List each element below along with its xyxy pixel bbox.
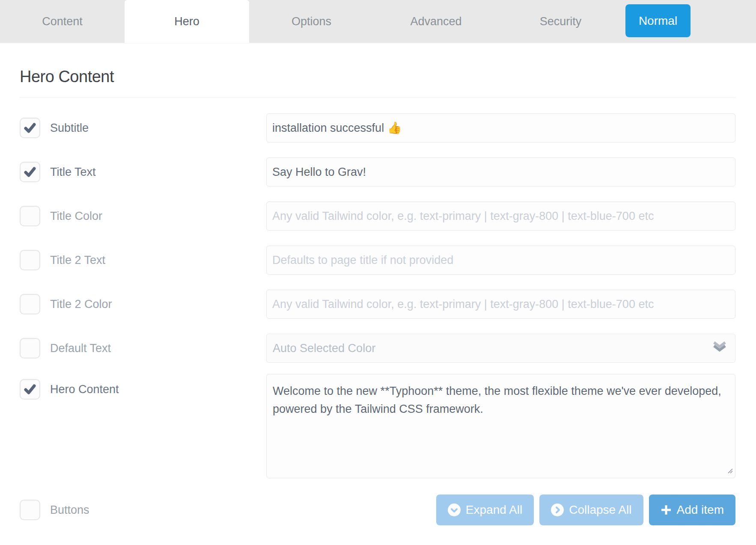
tab-options[interactable]: Options bbox=[249, 0, 374, 43]
title-color-label: Title Color bbox=[50, 210, 102, 223]
buttons-checkbox[interactable] bbox=[20, 500, 40, 520]
tab-bar: Content Hero Options Advanced Security N… bbox=[0, 0, 756, 43]
collapse-all-label: Collapse All bbox=[569, 503, 631, 517]
default-text-label: Default Text bbox=[50, 342, 111, 355]
expand-all-label: Expand All bbox=[466, 503, 522, 517]
form-row-title-color: Title Color bbox=[20, 201, 735, 231]
tab-content[interactable]: Content bbox=[0, 0, 125, 43]
tab-hero-label: Hero bbox=[174, 15, 199, 28]
page-editor: Content Hero Options Advanced Security N… bbox=[0, 0, 756, 545]
title-text-label: Title Text bbox=[50, 166, 96, 179]
form-row-hero-content: Hero Content Welcome to the new **Typhoo… bbox=[20, 374, 735, 478]
expert-mode-button[interactable]: Expert bbox=[688, 4, 749, 37]
main-content: Hero Content Subtitle Title Text bbox=[0, 43, 756, 525]
collapse-all-button[interactable]: Collapse All bbox=[539, 495, 643, 525]
checkmark-icon bbox=[23, 382, 37, 396]
title2-text-input[interactable] bbox=[266, 246, 735, 275]
title2-color-checkbox[interactable] bbox=[20, 294, 40, 314]
subtitle-label: Subtitle bbox=[50, 121, 89, 135]
chevron-down-icon bbox=[711, 341, 728, 356]
default-text-select-value: Auto Selected Color bbox=[273, 342, 375, 355]
hero-content-label: Hero Content bbox=[50, 383, 119, 396]
hero-content-textarea[interactable]: Welcome to the new **Typhoon** theme, th… bbox=[266, 374, 735, 478]
default-text-checkbox[interactable] bbox=[20, 338, 40, 358]
resize-handle-icon[interactable] bbox=[726, 467, 733, 476]
title-text-input[interactable] bbox=[266, 157, 735, 187]
tab-advanced-label: Advanced bbox=[410, 15, 461, 28]
hero-content-checkbox[interactable] bbox=[20, 379, 40, 400]
default-text-select[interactable]: Auto Selected Color bbox=[266, 334, 735, 363]
chevron-right-circle-icon bbox=[551, 504, 564, 516]
form-row-title-text: Title Text bbox=[20, 157, 735, 187]
form-row-title2-color: Title 2 Color bbox=[20, 290, 735, 319]
buttons-label: Buttons bbox=[50, 504, 89, 517]
expand-all-button[interactable]: Expand All bbox=[436, 495, 534, 525]
page-title: Hero Content bbox=[20, 68, 735, 86]
title2-color-input[interactable] bbox=[266, 290, 735, 319]
tab-content-label: Content bbox=[42, 15, 83, 28]
tab-advanced[interactable]: Advanced bbox=[374, 0, 498, 43]
title2-color-label: Title 2 Color bbox=[50, 298, 112, 311]
title-text-checkbox[interactable] bbox=[20, 162, 40, 182]
title-color-checkbox[interactable] bbox=[20, 206, 40, 226]
add-item-button[interactable]: Add item bbox=[649, 495, 736, 525]
plus-icon bbox=[661, 504, 672, 515]
checkmark-icon bbox=[23, 121, 37, 135]
title2-text-checkbox[interactable] bbox=[20, 250, 40, 270]
subtitle-checkbox[interactable] bbox=[20, 118, 40, 138]
page-heading-section: Hero Content bbox=[20, 43, 735, 98]
tab-options-label: Options bbox=[292, 15, 331, 28]
add-item-label: Add item bbox=[677, 503, 724, 517]
mode-toggle: Normal Expert bbox=[625, 4, 749, 37]
form-row-title2-text: Title 2 Text bbox=[20, 246, 735, 275]
tab-security-label: Security bbox=[540, 15, 582, 28]
title2-text-label: Title 2 Text bbox=[50, 254, 105, 267]
form-row-buttons: Buttons Expand All Collapse All bbox=[20, 495, 735, 525]
tab-security[interactable]: Security bbox=[498, 0, 623, 43]
checkmark-icon bbox=[23, 165, 37, 179]
normal-mode-button[interactable]: Normal bbox=[625, 4, 691, 37]
form-row-subtitle: Subtitle bbox=[20, 113, 735, 142]
title-color-input[interactable] bbox=[266, 201, 735, 231]
chevron-down-circle-icon bbox=[448, 504, 461, 516]
form-row-default-text: Default Text Auto Selected Color bbox=[20, 334, 735, 363]
tab-hero[interactable]: Hero bbox=[125, 0, 249, 43]
subtitle-input[interactable] bbox=[266, 113, 735, 142]
